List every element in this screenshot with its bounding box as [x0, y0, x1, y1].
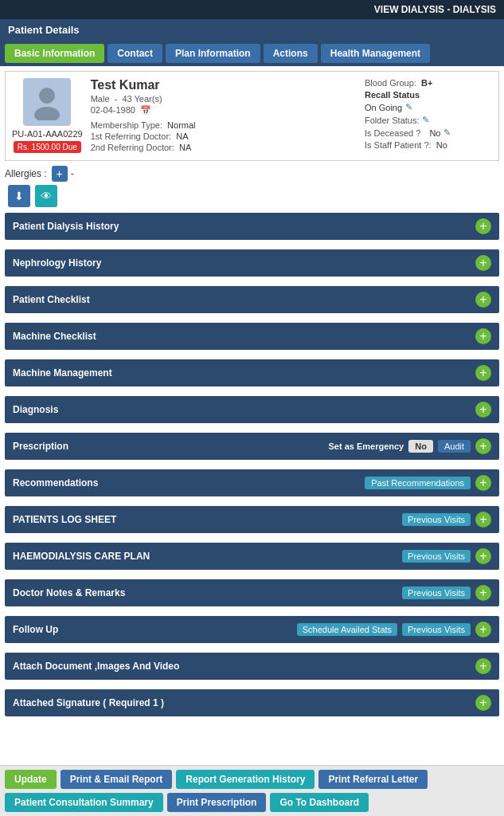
membership-label: Membership Type: — [91, 120, 162, 130]
section-haemodialysis-care-plan[interactable]: HAEMODIALYSIS CARE PLAN Previous Visits … — [5, 543, 499, 570]
section-label-machine-management: Machine Management — [13, 367, 112, 379]
bottom-bar: Update Print & Email Report Report Gener… — [0, 765, 504, 816]
top-bar: VIEW DIALYSIS - DIALYSIS — [0, 0, 504, 19]
right-info: Blood Group: B+ Recall Status On Going ✎… — [365, 78, 492, 154]
referring1-label: 1st Referring Doctor: — [91, 131, 171, 141]
section-label-nephrology-history: Nephrology History — [13, 257, 101, 269]
tab-basic-information[interactable]: Basic Information — [5, 44, 104, 63]
blood-group-label: Blood Group: — [365, 78, 416, 88]
care-plan-previous-visits-button[interactable]: Previous Visits — [402, 550, 471, 563]
recall-status-value: On Going — [365, 103, 402, 112]
view-button[interactable]: 👁 — [35, 185, 57, 207]
referring1-value: NA — [176, 131, 188, 141]
print-referral-button[interactable]: Print Referral Letter — [318, 770, 428, 789]
section-recommendations[interactable]: Recommendations Past Recommendations + — [5, 469, 499, 496]
allergies-separator: - — [71, 168, 74, 179]
section-plus-recommendations[interactable]: + — [475, 475, 491, 491]
report-history-button[interactable]: Report Generation History — [176, 770, 315, 789]
referring2-value: NA — [179, 143, 191, 152]
download-button[interactable]: ⬇ — [8, 185, 30, 207]
action-icons-bar: ⬇ 👁 — [0, 182, 504, 210]
section-patient-dialysis-history[interactable]: Patient Dialysis History + — [5, 213, 499, 240]
recall-edit-icon[interactable]: ✎ — [405, 102, 412, 112]
tab-contact[interactable]: Contact — [107, 44, 162, 63]
tab-plan-information[interactable]: Plan Information — [166, 44, 260, 63]
section-label-attached-signature: Attached Signature ( Required 1 ) — [13, 697, 164, 708]
section-prescription[interactable]: Prescription Set as Emergency No Audit + — [5, 433, 499, 460]
tab-health-management[interactable]: Health Management — [321, 44, 430, 63]
section-plus-attached-signature[interactable]: + — [475, 695, 491, 711]
tab-actions[interactable]: Actions — [264, 44, 318, 63]
tab-bar: Basic Information Contact Plan Informati… — [0, 41, 504, 66]
section-label-haemodialysis-care-plan: HAEMODIALYSIS CARE PLAN — [13, 551, 150, 562]
patient-dob: 02-04-1980 📅 — [91, 105, 357, 116]
section-plus-patient-dialysis-history[interactable]: + — [475, 218, 491, 234]
section-label-follow-up: Follow Up — [13, 624, 58, 635]
print-prescription-button[interactable]: Print Prescription — [167, 793, 267, 812]
update-button[interactable]: Update — [5, 770, 57, 789]
audit-button[interactable]: Audit — [438, 440, 471, 453]
section-plus-patients-log-sheet[interactable]: + — [475, 512, 491, 528]
section-machine-checklist[interactable]: Machine Checklist + — [5, 323, 499, 350]
section-diagnosis[interactable]: Diagnosis + — [5, 396, 499, 423]
emergency-label: Set as Emergency — [328, 441, 404, 451]
avatar — [23, 78, 71, 126]
deceased-value: No — [429, 128, 440, 138]
section-follow-up[interactable]: Follow Up Schedule Availed Stats Previou… — [5, 616, 499, 643]
folder-edit-icon[interactable]: ✎ — [422, 115, 429, 125]
section-patient-checklist[interactable]: Patient Checklist + — [5, 286, 499, 313]
allergies-row: Allergies : + - — [5, 166, 504, 182]
doctor-notes-previous-visits-button[interactable]: Previous Visits — [402, 586, 471, 599]
section-label-patient-dialysis-history: Patient Dialysis History — [13, 221, 119, 232]
section-label-patients-log-sheet: PATIENTS LOG SHEET — [13, 514, 116, 525]
allergies-add-button[interactable]: + — [52, 166, 68, 182]
membership-block: Membership Type: Normal 1st Referring Do… — [91, 120, 357, 152]
deceased-label: Is Deceased ? — [365, 128, 420, 138]
section-plus-nephrology-history[interactable]: + — [475, 255, 491, 271]
section-label-machine-checklist: Machine Checklist — [13, 331, 96, 342]
page-title: Patient Details — [0, 19, 504, 41]
section-attach-document[interactable]: Attach Document ,Images And Video + — [5, 653, 499, 680]
due-badge: Rs. 1500.00 Due — [14, 141, 81, 153]
folder-status-label: Folder Status: — [365, 116, 419, 125]
section-plus-prescription[interactable]: + — [475, 438, 491, 454]
section-plus-follow-up[interactable]: + — [475, 622, 491, 638]
allergies-label: Allergies : — [5, 168, 47, 179]
section-patients-log-sheet[interactable]: PATIENTS LOG SHEET Previous Visits + — [5, 506, 499, 533]
section-plus-machine-management[interactable]: + — [475, 365, 491, 381]
section-right-group-0: + — [475, 218, 491, 234]
print-email-button[interactable]: Print & Email Report — [61, 770, 173, 789]
section-label-recommendations: Recommendations — [13, 477, 98, 488]
avatar-block: PU-A01-AAA0229 Rs. 1500.00 Due — [12, 78, 83, 154]
section-plus-machine-checklist[interactable]: + — [475, 328, 491, 344]
log-sheet-previous-visits-button[interactable]: Previous Visits — [402, 513, 471, 526]
blood-group-value: B+ — [421, 78, 432, 88]
patient-main-info: Test Kumar Male - 43 Year(s) 02-04-1980 … — [91, 78, 357, 154]
section-plus-diagnosis[interactable]: + — [475, 402, 491, 418]
consultation-summary-button[interactable]: Patient Consultation Summary — [5, 793, 163, 812]
staff-label: Is Staff Patient ?: — [365, 140, 432, 150]
section-machine-management[interactable]: Machine Management + — [5, 359, 499, 386]
section-plus-attach-document[interactable]: + — [475, 658, 491, 674]
section-label-prescription: Prescription — [13, 441, 68, 452]
section-label-attach-document: Attach Document ,Images And Video — [13, 661, 179, 672]
follow-up-previous-visits-button[interactable]: Previous Visits — [402, 623, 471, 636]
section-doctor-notes[interactable]: Doctor Notes & Remarks Previous Visits + — [5, 579, 499, 606]
membership-value: Normal — [167, 120, 195, 130]
toggle-no[interactable]: No — [408, 440, 433, 453]
staff-value: No — [436, 140, 447, 150]
section-plus-doctor-notes[interactable]: + — [475, 585, 491, 601]
section-plus-haemodialysis-care-plan[interactable]: + — [475, 548, 491, 564]
dashboard-button[interactable]: Go To Dashboard — [270, 793, 369, 812]
patient-name: Test Kumar — [91, 78, 357, 92]
svg-point-1 — [34, 107, 60, 120]
svg-point-0 — [39, 88, 55, 104]
section-nephrology-history[interactable]: Nephrology History + — [5, 249, 499, 277]
section-attached-signature[interactable]: Attached Signature ( Required 1 ) + — [5, 689, 499, 716]
section-label-patient-checklist: Patient Checklist — [13, 294, 90, 305]
section-plus-patient-checklist[interactable]: + — [475, 292, 491, 308]
past-recommendations-button[interactable]: Past Recommendations — [365, 477, 471, 489]
deceased-edit-icon[interactable]: ✎ — [443, 128, 451, 138]
schedule-availed-stats-button[interactable]: Schedule Availed Stats — [297, 623, 397, 636]
section-label-diagnosis: Diagnosis — [13, 404, 58, 415]
